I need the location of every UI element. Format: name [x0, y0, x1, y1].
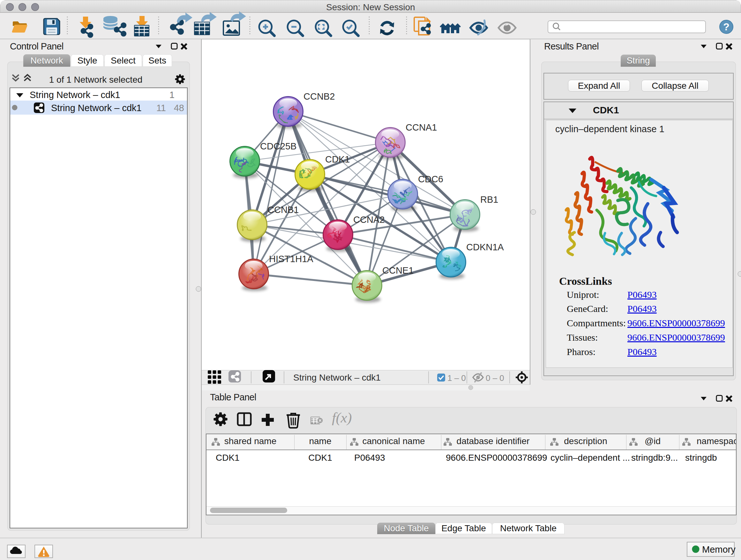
svg-text:CCNE1: CCNE1 [382, 265, 414, 275]
svg-text:CDK1: CDK1 [325, 154, 350, 165]
svg-text:CDKN1A: CDKN1A [466, 242, 504, 252]
svg-text:CCNA1: CCNA1 [406, 122, 437, 132]
svg-text:CDC6: CDC6 [418, 174, 443, 184]
svg-text:CCNB2: CCNB2 [304, 91, 335, 102]
svg-text:CCNB1: CCNB1 [267, 205, 299, 215]
svg-text:RB1: RB1 [480, 194, 498, 205]
svg-text:CDC25B: CDC25B [260, 141, 296, 151]
svg-text:HIST1H1A: HIST1H1A [269, 254, 313, 264]
svg-text:CCNA2: CCNA2 [353, 214, 385, 225]
